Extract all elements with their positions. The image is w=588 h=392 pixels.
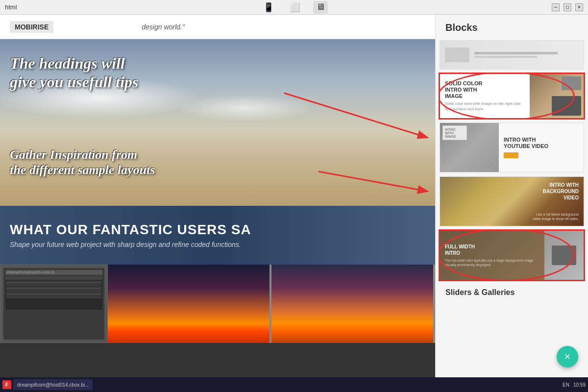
card-bgvideo-desc: Use a full bleed background video image … — [530, 212, 579, 221]
card-solid-left: SOLID COLORINTRO WITHIMAGE Solid color i… — [440, 74, 530, 118]
card-solid-title: SOLID COLORINTRO WITHIMAGE — [445, 80, 525, 100]
card-fullwidth-text: The full-width intro typically use a lar… — [445, 258, 539, 267]
main-layout: MOBIRISE design world." The headings wil… — [0, 15, 588, 392]
title-filename: html — [5, 3, 17, 11]
strip-image-1 — [108, 265, 270, 343]
card-solid-right — [530, 74, 584, 118]
card-bgvideo-title: INTRO WITHBACKGROUNDVIDEO — [543, 182, 579, 201]
block-card-solid-intro[interactable]: SOLID COLORINTRO WITHIMAGE Solid color i… — [440, 74, 584, 119]
content-area: MOBIRISE design world." The headings wil… — [0, 15, 435, 392]
taskbar-right: EN 10:59 — [563, 382, 586, 388]
close-button[interactable]: × — [575, 3, 583, 11]
fab-close-button[interactable]: × — [557, 346, 578, 368]
block-card-slim[interactable] — [440, 40, 584, 70]
taskbar-app-icon[interactable]: F — [2, 380, 11, 389]
mobile-view-icon[interactable]: 📱 — [260, 1, 277, 14]
maximize-button[interactable]: □ — [564, 3, 571, 11]
brand-logo: MOBIRISE — [10, 21, 53, 33]
card-fullwidth-right — [544, 231, 584, 280]
taskbar: F dreampifcom@host014.cbox.bi... EN 10:5… — [0, 377, 588, 392]
testimonial-heading: WHAT OUR FANTASTIC USERS SA — [10, 222, 425, 238]
card-youtube-overlay: INTRO WITHIMAGE — [442, 125, 467, 140]
card-bgvideo-inner: INTRO WITHBACKGROUNDVIDEO Use a full ble… — [440, 177, 584, 226]
card-solid-intro-inner: SOLID COLORINTRO WITHIMAGE Solid color i… — [440, 74, 584, 118]
card-youtube-btn — [504, 152, 518, 158]
window-controls: ─ □ × — [552, 3, 583, 11]
sidebar-title: Blocks — [436, 15, 588, 38]
sidebar[interactable]: Blocks SOLID COLORINTRO WITHIMAGE Solid … — [435, 15, 588, 392]
tablet-view-icon[interactable]: ⬜ — [287, 1, 303, 14]
card-youtube-title: INTRO WITHYOUTUBE VIDEO — [504, 137, 579, 149]
card-youtube-left: INTRO WITHIMAGE — [440, 123, 499, 172]
image-strip: dreampifcom@host014.cbox.bi... — [0, 265, 435, 343]
card-youtube-inner: INTRO WITHIMAGE INTRO WITHYOUTUBE VIDEO — [440, 123, 584, 172]
card-fullwidth-inner: FULL WIDTHINTRO The full-width intro typ… — [440, 231, 584, 280]
minimize-button[interactable]: ─ — [552, 3, 560, 11]
strip-image-2 — [271, 265, 433, 343]
block-card-fullwidth[interactable]: FULL WIDTHINTRO The full-width intro typ… — [440, 230, 584, 280]
strip-file-manager: dreampifcom@host014.cbox.bi... — [0, 265, 108, 343]
taskbar-time: 10:59 — [573, 382, 586, 388]
testimonial-section: WHAT OUR FANTASTIC USERS SA Shape your f… — [0, 206, 435, 265]
top-nav: MOBIRISE design world." — [0, 15, 435, 39]
view-toggle: 📱 ⬜ 🖥 — [260, 1, 328, 14]
sliders-section-label: Sliders & Galleries — [436, 282, 588, 301]
file-manager-preview: dreampifcom@host014.cbox.bi... — [3, 268, 105, 340]
card-fullwidth-title: FULL WIDTHINTRO — [445, 244, 539, 256]
hero-section: The headings willgive you usefull tips G… — [0, 39, 435, 206]
card-laptop-image — [552, 96, 581, 116]
quote-text: design world." — [142, 23, 184, 31]
card-solid-text: Solid color intro with image on the righ… — [445, 101, 525, 112]
block-card-youtube[interactable]: INTRO WITHIMAGE INTRO WITHYOUTUBE VIDEO — [440, 122, 584, 172]
card-fullwidth-left: FULL WIDTHINTRO The full-width intro typ… — [440, 231, 544, 280]
block-card-bgvideo[interactable]: INTRO WITHBACKGROUNDVIDEO Use a full ble… — [440, 176, 584, 226]
desktop-view-icon[interactable]: 🖥 — [313, 1, 328, 14]
title-bar: html 📱 ⬜ 🖥 ─ □ × — [0, 0, 588, 15]
hero-text-1: The headings willgive you usefull tips — [10, 54, 138, 92]
testimonial-sub: Shape your future web project with sharp… — [10, 241, 425, 248]
taskbar-locale: EN — [563, 382, 569, 388]
card-youtube-right: INTRO WITHYOUTUBE VIDEO — [499, 123, 584, 172]
hero-text-2: Gather Inspiration fromthe different sam… — [10, 147, 155, 177]
taskbar-item-filemanager[interactable]: dreampifcom@host014.cbox.bi... — [13, 379, 93, 390]
